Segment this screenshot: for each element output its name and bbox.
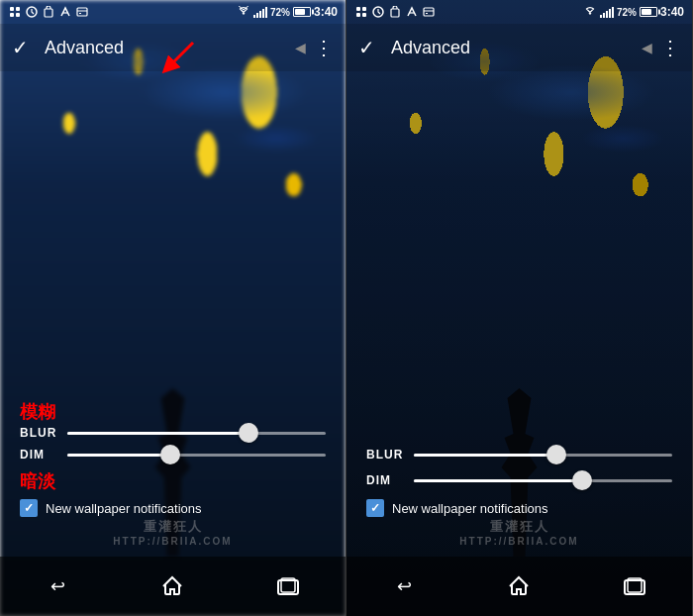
svg-rect-14 <box>356 13 360 17</box>
right-battery-percentage: 72% <box>617 7 637 18</box>
svg-rect-3 <box>16 13 20 17</box>
left-watermark-line1: 重灌狂人 <box>0 518 346 536</box>
right-app-icon-1 <box>354 5 368 19</box>
left-confirm-button[interactable]: ✓ <box>12 36 29 59</box>
app-icon-2 <box>25 5 39 19</box>
left-home-button[interactable] <box>152 566 192 606</box>
signal-icon <box>253 6 267 18</box>
left-time: 3:40 <box>314 5 338 19</box>
left-notification-label: New wallpaper notifications <box>46 501 202 516</box>
right-battery-icon <box>640 7 657 17</box>
right-page-title: Advanced <box>391 38 642 58</box>
right-blur-thumb[interactable] <box>546 445 566 464</box>
right-blur-row: BLUR <box>366 448 672 462</box>
left-watermark-line2: HTTP://BRIIA.COM <box>0 536 346 547</box>
left-dim-thumb[interactable] <box>160 445 180 464</box>
right-watermark-line2: HTTP://BRIIA.COM <box>346 536 692 547</box>
left-controls: 模糊 BLUR DIM 暗淡 ✓ <box>0 400 346 517</box>
right-back-button[interactable]: ↩ <box>384 566 424 606</box>
left-blur-row: BLUR <box>20 426 326 440</box>
left-blur-fill <box>67 432 248 435</box>
left-chinese-dim: 暗淡 <box>20 469 326 493</box>
svg-rect-2 <box>10 13 14 17</box>
right-dim-row: DIM <box>366 473 672 487</box>
right-more-button[interactable]: ⋮ <box>660 36 680 59</box>
left-arrow-indicator: ◀ <box>295 40 306 55</box>
right-wifi-icon <box>583 5 597 19</box>
right-app-icon-5 <box>422 5 436 19</box>
left-phone-panel: 72% 3:40 ✓ Advanced ◀ ⋮ 模糊 BL <box>0 0 346 616</box>
right-notification-checkbox[interactable]: ✓ <box>366 499 384 517</box>
right-dim-thumb[interactable] <box>572 470 592 490</box>
left-blur-track[interactable] <box>67 432 326 435</box>
svg-rect-6 <box>77 8 87 16</box>
left-bottom-bar: ↩ <box>0 557 346 616</box>
app-icon-4 <box>58 5 72 19</box>
left-recent-button[interactable] <box>268 566 308 606</box>
svg-rect-15 <box>362 13 366 17</box>
red-arrow-annotation <box>148 38 208 101</box>
left-notification-row: ✓ New wallpaper notifications <box>20 499 326 517</box>
right-blur-label: BLUR <box>366 448 406 462</box>
left-status-right: 72% 3:40 <box>237 5 338 19</box>
right-blur-fill <box>414 454 556 457</box>
right-watermark: 重灌狂人 HTTP://BRIIA.COM <box>346 518 692 547</box>
left-blur-thumb[interactable] <box>239 423 258 443</box>
svg-rect-5 <box>45 9 52 17</box>
svg-rect-18 <box>424 8 434 16</box>
right-phone-panel: 72% 3:40 ✓ Advanced ◀ ⋮ BLUR <box>346 0 693 616</box>
right-time: 3:40 <box>660 5 684 19</box>
app-icon-5 <box>75 5 89 19</box>
right-signal-icon <box>600 6 614 18</box>
svg-rect-7 <box>79 13 81 14</box>
right-blur-track[interactable] <box>414 454 672 457</box>
left-dim-row: DIM <box>20 448 326 462</box>
left-chinese-blur: 模糊 <box>20 400 326 424</box>
left-dim-track[interactable] <box>67 454 326 457</box>
right-status-bar: 72% 3:40 <box>346 0 692 24</box>
right-controls: BLUR DIM ✓ New wallpaper notifi <box>346 448 692 517</box>
right-blur-section: BLUR <box>366 448 672 462</box>
battery-icon <box>293 7 311 17</box>
left-status-bar: 72% 3:40 <box>0 0 346 24</box>
right-top-bar: ✓ Advanced ◀ ⋮ <box>346 24 692 71</box>
svg-rect-13 <box>362 7 366 11</box>
left-dim-section: DIM 暗淡 <box>20 448 326 493</box>
right-bottom-bar: ↩ <box>346 557 692 616</box>
right-app-icon-3 <box>388 5 402 19</box>
app-icon-1 <box>8 5 22 19</box>
app-icon-3 <box>42 5 55 19</box>
wifi-icon <box>237 5 250 19</box>
right-status-icons <box>354 5 436 19</box>
right-notification-row: ✓ New wallpaper notifications <box>366 499 672 517</box>
right-arrow-indicator: ◀ <box>642 40 652 55</box>
left-blur-label: BLUR <box>20 426 59 440</box>
battery-percentage: 72% <box>270 7 290 18</box>
left-dim-label: DIM <box>20 448 59 462</box>
right-dim-track[interactable] <box>414 479 672 482</box>
right-confirm-button[interactable]: ✓ <box>358 36 375 59</box>
right-status-right: 72% 3:40 <box>583 5 684 19</box>
right-watermark-line1: 重灌狂人 <box>346 518 692 536</box>
left-back-button[interactable]: ↩ <box>38 566 77 606</box>
svg-rect-17 <box>391 9 399 17</box>
svg-rect-0 <box>10 7 14 11</box>
right-app-icon-2 <box>371 5 385 19</box>
right-checkbox-check: ✓ <box>370 501 380 515</box>
left-blur-section: 模糊 BLUR <box>20 400 326 440</box>
right-app-icon-4 <box>405 5 419 19</box>
left-more-button[interactable]: ⋮ <box>314 36 334 59</box>
right-dim-label: DIM <box>366 473 406 487</box>
right-dim-section: DIM <box>366 473 672 487</box>
right-dim-fill <box>414 479 582 482</box>
left-dim-fill <box>67 454 170 457</box>
right-notification-label: New wallpaper notifications <box>392 501 548 516</box>
svg-rect-12 <box>356 7 360 11</box>
left-status-icons <box>8 5 89 19</box>
svg-line-9 <box>168 43 193 67</box>
left-watermark: 重灌狂人 HTTP://BRIIA.COM <box>0 518 346 547</box>
left-notification-checkbox[interactable]: ✓ <box>20 499 38 517</box>
left-checkbox-check: ✓ <box>24 501 34 515</box>
right-home-button[interactable] <box>499 566 539 606</box>
right-recent-button[interactable] <box>615 566 654 606</box>
